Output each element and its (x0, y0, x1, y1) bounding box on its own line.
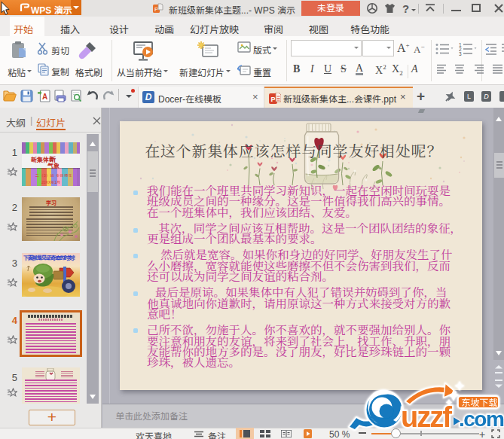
svg-text:P: P (154, 6, 158, 13)
svg-text:P: P (271, 96, 276, 103)
svg-text:3: 3 (459, 51, 462, 56)
svg-text:uzzf: uzzf (401, 401, 452, 433)
svg-text:.com: .com (459, 407, 504, 431)
svg-text:东坡下载: 东坡下载 (462, 395, 498, 408)
svg-text:A: A (42, 93, 47, 101)
